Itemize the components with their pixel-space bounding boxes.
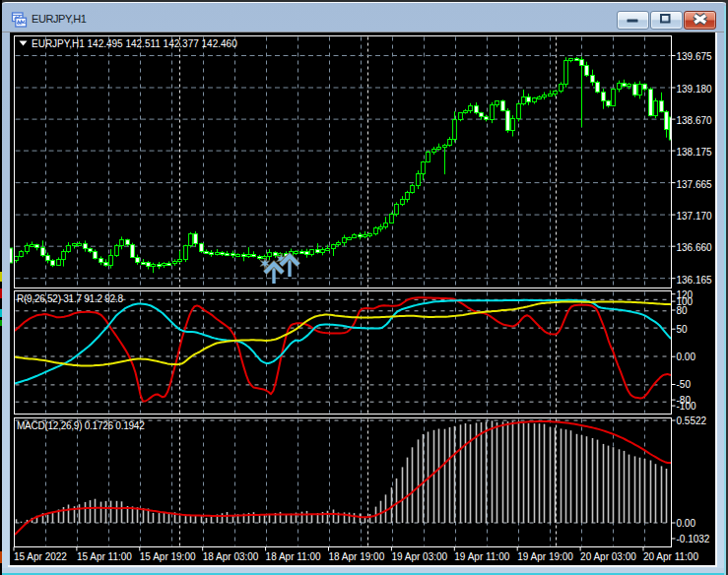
svg-text:18 Apr 19:00: 18 Apr 19:00 (329, 551, 385, 562)
svg-text:137.665: 137.665 (677, 179, 713, 190)
svg-text:MACD(12,26,9) 0.1726 0.1942: MACD(12,26,9) 0.1726 0.1942 (17, 420, 145, 431)
svg-text:139.675: 139.675 (677, 51, 713, 62)
svg-text:-0.1032: -0.1032 (677, 534, 710, 544)
svg-text:138.670: 138.670 (677, 115, 713, 126)
svg-text:20 Apr 03:00: 20 Apr 03:00 (580, 551, 636, 562)
svg-text:EURJPY,H1 142.495 142.511 142.: EURJPY,H1 142.495 142.511 142.377 142.46… (32, 38, 237, 49)
svg-text:-50: -50 (677, 379, 692, 390)
svg-text:19 Apr 03:00: 19 Apr 03:00 (391, 551, 447, 562)
svg-text:50: 50 (677, 324, 689, 335)
svg-text:138.175: 138.175 (677, 147, 713, 158)
svg-text:80: 80 (677, 305, 689, 316)
svg-text:0.5522: 0.5522 (677, 415, 707, 426)
svg-text:0.00: 0.00 (677, 518, 696, 529)
svg-text:-100: -100 (677, 401, 696, 412)
svg-text:20 Apr 11:00: 20 Apr 11:00 (643, 551, 698, 562)
svg-text:15 Apr 11:00: 15 Apr 11:00 (77, 551, 132, 562)
svg-text:136.660: 136.660 (677, 242, 713, 253)
svg-text:0.00: 0.00 (677, 351, 696, 362)
svg-text:18 Apr 03:00: 18 Apr 03:00 (203, 551, 259, 562)
svg-text:18 Apr 11:00: 18 Apr 11:00 (266, 551, 321, 562)
svg-text:136.165: 136.165 (677, 275, 713, 286)
svg-text:139.180: 139.180 (677, 84, 713, 95)
svg-text:15 Apr 19:00: 15 Apr 19:00 (140, 551, 196, 562)
svg-text:15 Apr 2022: 15 Apr 2022 (14, 551, 67, 562)
svg-text:137.170: 137.170 (677, 211, 713, 222)
svg-text:19 Apr 11:00: 19 Apr 11:00 (454, 551, 509, 562)
svg-text:R(9,26,52) 31.7 91.2 92.8: R(9,26,52) 31.7 91.2 92.8 (17, 293, 123, 304)
svg-text:19 Apr 19:00: 19 Apr 19:00 (517, 551, 573, 562)
